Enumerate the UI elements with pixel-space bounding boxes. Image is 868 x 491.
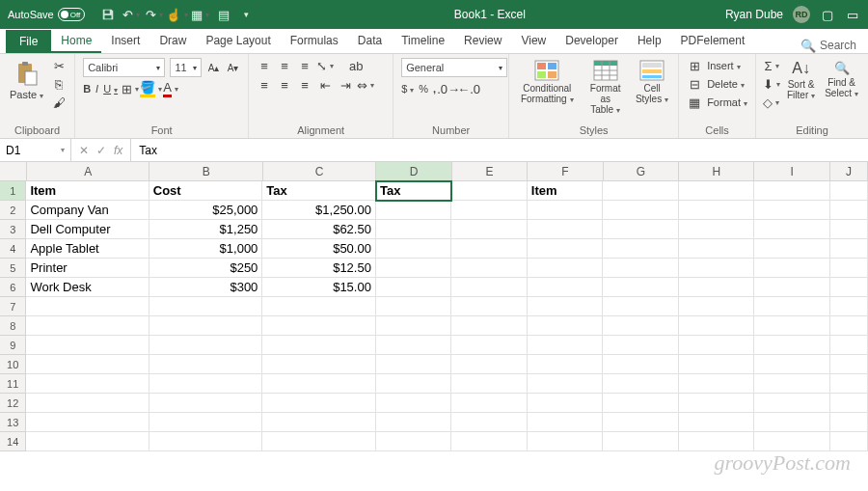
cell[interactable] bbox=[149, 374, 263, 394]
cell[interactable] bbox=[528, 336, 603, 355]
table-icon[interactable]: ▦ bbox=[193, 7, 208, 22]
comma-icon[interactable]: , bbox=[433, 83, 436, 95]
cell-styles-button[interactable]: Cell Styles bbox=[634, 58, 670, 107]
cell[interactable]: $1,250.00 bbox=[262, 201, 376, 220]
number-format-select[interactable]: General▾ bbox=[401, 58, 507, 77]
cell[interactable]: $1,000 bbox=[149, 239, 263, 259]
cell[interactable] bbox=[603, 394, 678, 413]
col-header-D[interactable]: D bbox=[376, 162, 451, 180]
cell[interactable] bbox=[528, 239, 603, 259]
name-box[interactable]: D1▾ bbox=[0, 139, 71, 161]
tab-draw[interactable]: Draw bbox=[149, 29, 196, 53]
conditional-formatting-button[interactable]: Conditional Formatting bbox=[517, 58, 577, 107]
underline-button[interactable]: U bbox=[103, 83, 118, 95]
insert-cells-button[interactable]: ⊞Insert bbox=[687, 58, 747, 73]
cell[interactable] bbox=[679, 336, 754, 355]
cell[interactable] bbox=[830, 374, 868, 394]
cell[interactable] bbox=[528, 394, 603, 413]
col-header-A[interactable]: A bbox=[27, 162, 149, 180]
cell[interactable] bbox=[754, 413, 829, 432]
col-header-J[interactable]: J bbox=[830, 162, 868, 180]
tab-file[interactable]: File bbox=[6, 30, 51, 53]
cell[interactable] bbox=[451, 413, 527, 432]
undo-icon[interactable]: ↶ bbox=[123, 7, 139, 22]
border-icon[interactable]: ⊞ bbox=[122, 81, 138, 96]
tab-help[interactable]: Help bbox=[628, 29, 671, 53]
align-center-icon[interactable]: ≡ bbox=[277, 77, 292, 93]
cell[interactable] bbox=[603, 259, 678, 278]
cell[interactable] bbox=[754, 432, 829, 451]
cell[interactable] bbox=[26, 394, 149, 413]
user-avatar[interactable]: RD bbox=[793, 6, 810, 23]
cell[interactable] bbox=[603, 413, 678, 432]
cell[interactable] bbox=[262, 355, 376, 374]
cell[interactable] bbox=[262, 336, 376, 355]
cell[interactable] bbox=[262, 394, 376, 413]
tab-timeline[interactable]: Timeline bbox=[392, 29, 454, 53]
cell[interactable]: Cost bbox=[149, 181, 263, 201]
cell[interactable] bbox=[262, 297, 376, 316]
cell[interactable] bbox=[376, 201, 451, 220]
redo-icon[interactable]: ↷ bbox=[147, 7, 162, 22]
clear-icon[interactable]: ◇ bbox=[764, 95, 779, 110]
cell[interactable] bbox=[262, 413, 376, 432]
tab-data[interactable]: Data bbox=[348, 29, 392, 53]
cell[interactable] bbox=[603, 432, 678, 451]
tab-review[interactable]: Review bbox=[454, 29, 511, 53]
row-header[interactable]: 10 bbox=[0, 355, 26, 374]
row-header[interactable]: 4 bbox=[0, 239, 26, 259]
cell[interactable] bbox=[376, 374, 451, 394]
cell[interactable] bbox=[830, 239, 868, 259]
format-painter-icon[interactable]: 🖌 bbox=[51, 95, 67, 110]
cell[interactable] bbox=[376, 394, 451, 413]
cell[interactable] bbox=[451, 181, 527, 201]
cell[interactable] bbox=[679, 181, 754, 201]
cell[interactable] bbox=[528, 355, 603, 374]
cell[interactable] bbox=[603, 220, 678, 239]
tab-formulas[interactable]: Formulas bbox=[281, 29, 348, 53]
cell[interactable] bbox=[679, 394, 754, 413]
cell[interactable] bbox=[603, 239, 678, 259]
col-header-I[interactable]: I bbox=[754, 162, 829, 180]
cell[interactable] bbox=[754, 316, 829, 336]
cell[interactable] bbox=[679, 278, 754, 297]
select-all-corner[interactable] bbox=[0, 162, 27, 181]
cell[interactable] bbox=[830, 432, 868, 451]
cell[interactable] bbox=[679, 316, 754, 336]
cell[interactable]: $62.50 bbox=[262, 220, 376, 239]
cell[interactable] bbox=[451, 278, 527, 297]
cell[interactable] bbox=[603, 316, 678, 336]
cell[interactable] bbox=[830, 413, 868, 432]
row-header[interactable]: 3 bbox=[0, 220, 26, 239]
cell[interactable] bbox=[26, 297, 149, 316]
cell[interactable] bbox=[262, 432, 376, 451]
row-header[interactable]: 8 bbox=[0, 316, 26, 336]
cell[interactable]: $1,250 bbox=[149, 220, 263, 239]
search-box[interactable]: 🔍 Search bbox=[800, 38, 862, 53]
cell[interactable] bbox=[754, 374, 829, 394]
cell[interactable] bbox=[528, 297, 603, 316]
italic-button[interactable]: I bbox=[95, 83, 98, 95]
paste-button[interactable]: Paste bbox=[8, 58, 45, 102]
cell[interactable]: Tax bbox=[262, 181, 376, 201]
orientation-icon[interactable]: ⤡ bbox=[317, 58, 333, 73]
cell[interactable] bbox=[679, 239, 754, 259]
cell[interactable] bbox=[528, 278, 603, 297]
cell[interactable] bbox=[754, 181, 829, 201]
fx-icon[interactable]: fx bbox=[114, 144, 122, 157]
cell[interactable] bbox=[603, 374, 678, 394]
cell[interactable] bbox=[376, 355, 451, 374]
cell[interactable] bbox=[451, 239, 527, 259]
cell[interactable] bbox=[149, 413, 263, 432]
col-header-F[interactable]: F bbox=[528, 162, 603, 180]
tab-view[interactable]: View bbox=[511, 29, 556, 53]
cell[interactable] bbox=[830, 181, 868, 201]
cell[interactable] bbox=[754, 239, 829, 259]
cell[interactable] bbox=[376, 278, 451, 297]
cell[interactable] bbox=[451, 432, 527, 451]
cell[interactable] bbox=[528, 432, 603, 451]
cell[interactable] bbox=[603, 201, 678, 220]
cell[interactable] bbox=[26, 413, 149, 432]
col-header-E[interactable]: E bbox=[452, 162, 528, 180]
row-header[interactable]: 5 bbox=[0, 259, 26, 278]
